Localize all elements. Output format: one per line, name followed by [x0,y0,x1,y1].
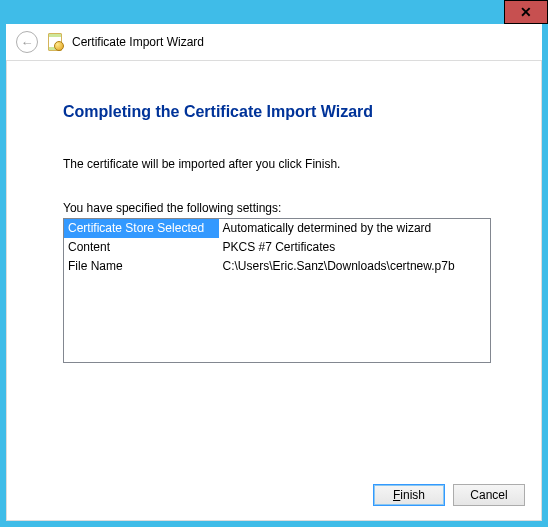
setting-value: C:\Users\Eric.Sanz\Downloads\certnew.p7b [219,257,491,276]
table-row[interactable]: Content PKCS #7 Certificates [64,238,491,257]
certificate-icon [46,33,64,51]
setting-key: File Name [64,257,219,276]
setting-value: PKCS #7 Certificates [219,238,491,257]
close-icon: ✕ [520,4,532,20]
settings-label: You have specified the following setting… [63,201,491,215]
finish-button[interactable]: Finish [373,484,445,506]
cancel-button[interactable]: Cancel [453,484,525,506]
titlebar: ✕ [0,0,548,24]
table-row[interactable]: Certificate Store Selected Automatically… [64,219,491,238]
close-button[interactable]: ✕ [504,0,548,24]
content-panel: Completing the Certificate Import Wizard… [6,60,542,521]
page-heading: Completing the Certificate Import Wizard [63,103,491,121]
arrow-left-icon: ← [21,36,34,49]
settings-table: Certificate Store Selected Automatically… [63,218,491,363]
setting-key: Content [64,238,219,257]
table-row[interactable]: File Name C:\Users\Eric.Sanz\Downloads\c… [64,257,491,276]
finish-button-label: Finish [393,488,425,502]
setting-value: Automatically determined by the wizard [219,219,491,238]
back-button[interactable]: ← [16,31,38,53]
setting-key: Certificate Store Selected [64,219,219,238]
wizard-header: ← Certificate Import Wizard [6,24,542,60]
instruction-text: The certificate will be imported after y… [63,157,491,171]
wizard-title: Certificate Import Wizard [72,35,204,49]
button-row: Finish Cancel [373,484,525,506]
cancel-button-label: Cancel [470,488,507,502]
